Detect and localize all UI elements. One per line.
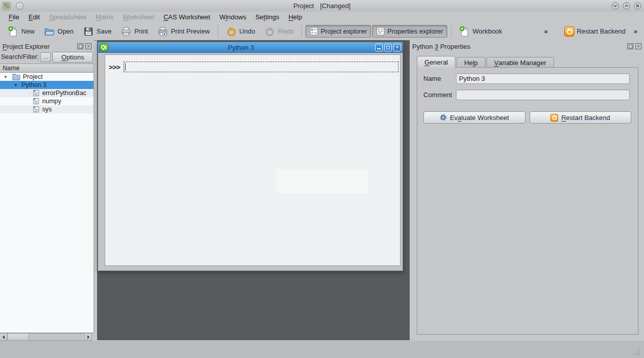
close-panel-icon[interactable]: ×	[85, 43, 91, 49]
qt-icon: Qt	[100, 43, 108, 51]
comment-label: Comment	[423, 91, 456, 99]
restart-backend-icon	[550, 114, 558, 122]
titlebar-menu-button[interactable]	[16, 2, 23, 10]
options-button[interactable]: Options	[52, 52, 93, 63]
folder-icon	[12, 73, 20, 80]
scroll-left-arrow[interactable]	[0, 334, 7, 340]
menu-windows[interactable]: Windows	[215, 12, 251, 22]
undo-button-label: Undo	[239, 27, 255, 35]
general-tab-content: Name Comment Evaluate Worksheet	[417, 67, 638, 335]
tab-variable-manager[interactable]: Variable Manager	[486, 57, 554, 68]
scroll-right-arrow[interactable]	[84, 334, 91, 340]
resize-grip[interactable]	[634, 348, 640, 355]
open-button[interactable]: Open	[40, 24, 78, 39]
print-preview-button[interactable]: Print Preview	[153, 24, 214, 39]
menu-worksheet: Worksheet	[118, 12, 159, 22]
command-input-field[interactable]	[124, 62, 398, 72]
open-button-label: Open	[57, 27, 74, 35]
evaluate-worksheet-button[interactable]: Evaluate Worksheet	[423, 111, 526, 124]
name-input[interactable]	[456, 73, 630, 84]
python-prompt: >>>	[109, 63, 120, 71]
tree-row-sys[interactable]: sys	[0, 105, 94, 113]
name-label: Name	[423, 75, 456, 82]
worksheet-item-icon	[33, 90, 40, 97]
tree-item-label: numpy	[42, 98, 62, 105]
main-toolbar: New Open Save Print	[0, 22, 644, 41]
tree-row-python3[interactable]: ▼ Python 3	[0, 81, 94, 89]
new-button-label: New	[21, 27, 35, 35]
worksheet-window-titlebar[interactable]: Qt Python 3 ×	[98, 42, 403, 53]
restart-backend-panel-button[interactable]: Restart Backend	[530, 111, 632, 124]
minimize-subwindow-button[interactable]	[375, 44, 383, 51]
worksheet-item-icon	[33, 106, 40, 113]
toolbar-separator	[301, 25, 302, 38]
tab-help[interactable]: Help	[456, 57, 485, 68]
project-explorer-toggle[interactable]: Project explorer	[305, 25, 371, 38]
evaluate-worksheet-label: Evaluate Worksheet	[450, 114, 509, 122]
properties-header: Python 3 Properties ×	[410, 40, 644, 51]
close-window-button[interactable]	[634, 2, 641, 10]
menu-file[interactable]: File	[4, 12, 24, 22]
redo-icon	[264, 26, 275, 37]
comment-input[interactable]	[456, 90, 630, 100]
float-panel-icon[interactable]	[627, 43, 633, 49]
menu-cas-worksheet[interactable]: CAS Worksheet	[159, 12, 214, 22]
restart-backend-label: Restart Backend	[577, 27, 626, 35]
close-subwindow-button[interactable]: ×	[393, 44, 401, 51]
menu-spreadsheet: Spreadsheet	[44, 12, 91, 22]
toolbar-overflow-chevron[interactable]: »	[541, 27, 550, 35]
float-panel-icon[interactable]	[77, 43, 83, 49]
new-button[interactable]: New	[4, 24, 39, 39]
undo-button[interactable]: Undo	[222, 24, 259, 39]
tab-general[interactable]: General	[417, 56, 455, 68]
redo-button-label: Redo	[278, 27, 294, 35]
minimize-window-button[interactable]	[611, 2, 619, 10]
menu-edit[interactable]: Edit	[24, 12, 44, 22]
name-field-row: Name	[423, 73, 630, 84]
scrollbar-thumb[interactable]	[7, 334, 29, 340]
print-button[interactable]: Print	[116, 24, 152, 39]
close-panel-icon[interactable]: ×	[635, 43, 641, 49]
worksheet-canvas[interactable]: >>>	[105, 54, 401, 266]
project-explorer-icon	[310, 27, 318, 36]
properties-explorer-toggle[interactable]: Properties explorer	[372, 25, 447, 38]
python3-worksheet-window[interactable]: Qt Python 3 × >>>	[98, 42, 403, 271]
tree-item-label: Python 3	[21, 81, 46, 88]
expander-icon[interactable]: ▼	[3, 75, 8, 79]
maximize-window-button[interactable]	[623, 2, 630, 10]
properties-tabs: General Help Variable Manager	[417, 56, 638, 68]
workbook-button[interactable]: Workbook	[455, 24, 506, 39]
project-explorer-title: Project Explorer	[3, 43, 75, 50]
project-explorer-panel: Project Explorer × Search/Filter: ... Op…	[0, 40, 94, 341]
filter-options-button[interactable]: ...	[40, 52, 51, 62]
workbook-icon	[459, 26, 470, 37]
toolbar-separator	[218, 25, 218, 38]
horizontal-scrollbar[interactable]	[0, 333, 92, 341]
restart-backend-button[interactable]: Restart Backend	[560, 24, 630, 39]
properties-panel: Python 3 Properties × General Help Varia…	[410, 40, 644, 336]
print-preview-icon	[157, 26, 168, 37]
tree-column-header[interactable]: Name	[0, 64, 94, 73]
save-button-label: Save	[97, 27, 112, 35]
evaluate-gear-icon	[440, 114, 447, 121]
cas-toolbar-overflow-chevron[interactable]: »	[631, 27, 640, 35]
window-title-text: Project	[293, 2, 314, 10]
toolbar-separator	[451, 25, 451, 38]
properties-title: Python 3 Properties	[412, 43, 625, 50]
expander-icon[interactable]: ▼	[13, 83, 18, 87]
statusbar	[0, 341, 644, 358]
mdi-workspace: Qt Python 3 × >>>	[97, 40, 410, 340]
menu-help[interactable]: Help	[284, 12, 306, 22]
search-filter-row: Search/Filter: ... Options	[0, 51, 94, 63]
menu-settings[interactable]: Settings	[251, 12, 284, 22]
print-preview-button-label: Print Preview	[171, 27, 210, 35]
save-button[interactable]: Save	[79, 24, 116, 39]
tree-row-errorpythonbac[interactable]: errorPythonBac	[0, 89, 94, 97]
print-button-label: Print	[134, 27, 148, 35]
maximize-subwindow-button[interactable]	[384, 44, 392, 51]
redo-button: Redo	[260, 24, 298, 39]
window-modified-flag: [Changed]	[320, 2, 351, 10]
command-entry-row: >>>	[109, 62, 398, 72]
tree-row-project[interactable]: ▼ Project	[0, 73, 94, 81]
tree-row-numpy[interactable]: numpy	[0, 97, 94, 105]
